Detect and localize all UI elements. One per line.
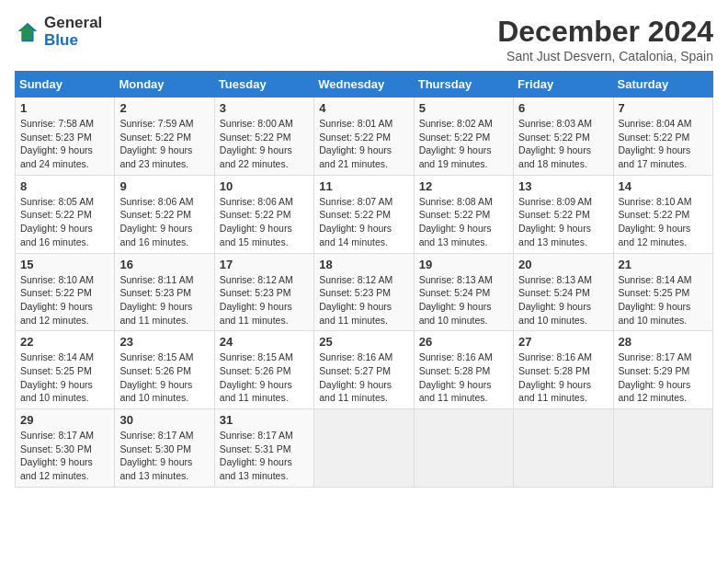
table-row: 23 Sunrise: 8:15 AMSunset: 5:26 PMDaylig… [115, 331, 214, 409]
table-row: 12 Sunrise: 8:08 AMSunset: 5:22 PMDaylig… [414, 175, 513, 253]
table-row: 8 Sunrise: 8:05 AMSunset: 5:22 PMDayligh… [16, 175, 115, 253]
calendar-week-5: 29 Sunrise: 8:17 AMSunset: 5:30 PMDaylig… [16, 409, 713, 488]
table-row: 6 Sunrise: 8:03 AMSunset: 5:22 PMDayligh… [514, 98, 613, 176]
calendar-header-row: Sunday Monday Tuesday Wednesday Thursday… [16, 72, 713, 98]
empty-cell [514, 409, 613, 488]
col-monday: Monday [115, 72, 214, 98]
empty-cell [314, 409, 414, 488]
table-row: 21 Sunrise: 8:14 AMSunset: 5:25 PMDaylig… [613, 253, 712, 331]
table-row: 4 Sunrise: 8:01 AMSunset: 5:22 PMDayligh… [314, 98, 414, 176]
table-row: 31 Sunrise: 8:17 AMSunset: 5:31 PMDaylig… [214, 409, 313, 488]
table-row: 26 Sunrise: 8:16 AMSunset: 5:28 PMDaylig… [414, 331, 513, 409]
header: General Blue December 2024 Sant Just Des… [15, 15, 713, 63]
table-row: 14 Sunrise: 8:10 AMSunset: 5:22 PMDaylig… [613, 175, 712, 253]
table-row: 2 Sunrise: 7:59 AMSunset: 5:22 PMDayligh… [115, 98, 214, 176]
table-row: 29 Sunrise: 8:17 AMSunset: 5:30 PMDaylig… [16, 409, 115, 488]
logo: General Blue [15, 15, 102, 49]
table-row: 19 Sunrise: 8:13 AMSunset: 5:24 PMDaylig… [414, 253, 513, 331]
table-row: 1 Sunrise: 7:58 AMSunset: 5:23 PMDayligh… [16, 98, 115, 176]
table-row: 22 Sunrise: 8:14 AMSunset: 5:25 PMDaylig… [16, 331, 115, 409]
calendar-table: Sunday Monday Tuesday Wednesday Thursday… [15, 71, 713, 488]
table-row: 25 Sunrise: 8:16 AMSunset: 5:27 PMDaylig… [314, 331, 414, 409]
calendar-week-1: 1 Sunrise: 7:58 AMSunset: 5:23 PMDayligh… [16, 98, 713, 176]
col-saturday: Saturday [613, 72, 712, 98]
logo-icon [15, 19, 40, 45]
title-area: December 2024 Sant Just Desvern, Catalon… [497, 15, 713, 63]
table-row: 7 Sunrise: 8:04 AMSunset: 5:22 PMDayligh… [613, 98, 712, 176]
table-row: 28 Sunrise: 8:17 AMSunset: 5:29 PMDaylig… [613, 331, 712, 409]
sub-title: Sant Just Desvern, Catalonia, Spain [497, 49, 713, 63]
table-row: 9 Sunrise: 8:06 AMSunset: 5:22 PMDayligh… [115, 175, 214, 253]
calendar-week-4: 22 Sunrise: 8:14 AMSunset: 5:25 PMDaylig… [16, 331, 713, 409]
col-friday: Friday [514, 72, 613, 98]
calendar-week-2: 8 Sunrise: 8:05 AMSunset: 5:22 PMDayligh… [16, 175, 713, 253]
empty-cell [414, 409, 513, 488]
logo-blue: Blue [44, 32, 102, 50]
col-thursday: Thursday [414, 72, 513, 98]
calendar-week-3: 15 Sunrise: 8:10 AMSunset: 5:22 PMDaylig… [16, 253, 713, 331]
table-row: 27 Sunrise: 8:16 AMSunset: 5:28 PMDaylig… [514, 331, 613, 409]
col-tuesday: Tuesday [214, 72, 313, 98]
table-row: 16 Sunrise: 8:11 AMSunset: 5:23 PMDaylig… [115, 253, 214, 331]
table-row: 20 Sunrise: 8:13 AMSunset: 5:24 PMDaylig… [514, 253, 613, 331]
table-row: 5 Sunrise: 8:02 AMSunset: 5:22 PMDayligh… [414, 98, 513, 176]
logo-text: General Blue [44, 15, 102, 49]
table-row: 30 Sunrise: 8:17 AMSunset: 5:30 PMDaylig… [115, 409, 214, 488]
table-row: 24 Sunrise: 8:15 AMSunset: 5:26 PMDaylig… [214, 331, 313, 409]
table-row: 17 Sunrise: 8:12 AMSunset: 5:23 PMDaylig… [214, 253, 313, 331]
table-row: 18 Sunrise: 8:12 AMSunset: 5:23 PMDaylig… [314, 253, 414, 331]
col-wednesday: Wednesday [314, 72, 414, 98]
table-row: 11 Sunrise: 8:07 AMSunset: 5:22 PMDaylig… [314, 175, 414, 253]
table-row: 13 Sunrise: 8:09 AMSunset: 5:22 PMDaylig… [514, 175, 613, 253]
main-title: December 2024 [497, 15, 713, 49]
empty-cell [613, 409, 712, 488]
logo-general: General [44, 15, 102, 32]
col-sunday: Sunday [16, 72, 115, 98]
table-row: 10 Sunrise: 8:06 AMSunset: 5:22 PMDaylig… [214, 175, 313, 253]
table-row: 3 Sunrise: 8:00 AMSunset: 5:22 PMDayligh… [214, 98, 313, 176]
table-row: 15 Sunrise: 8:10 AMSunset: 5:22 PMDaylig… [16, 253, 115, 331]
